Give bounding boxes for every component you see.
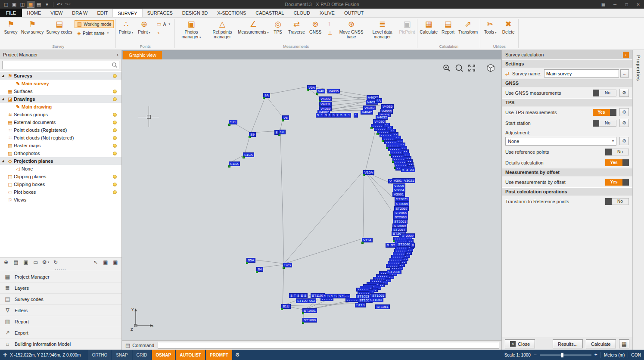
zoom-window-icon[interactable] [455,64,464,72]
survey-point-2039[interactable]: 2039 [404,233,415,238]
new-window-icon[interactable]: ▣ [102,258,109,266]
survey-point-v5a[interactable]: V5A [307,85,316,90]
tree-item-views[interactable]: ⚐Views [0,196,121,204]
survey-point-label[interactable]: 2 [401,233,405,238]
settings-icon[interactable]: ⚙▾ [42,258,50,266]
visibility-bulb-icon[interactable] [113,74,117,78]
delete-button[interactable]: ✖Delete [499,19,517,35]
scale-slider[interactable] [540,354,591,356]
survey-point-label[interactable]: 8 [411,243,415,248]
ribbon-tab-edit[interactable]: EDIT [92,9,112,17]
tree-item-raster-maps[interactable]: ▧Raster maps [0,142,121,149]
survey-point-label[interactable]: 23 [409,168,415,172]
panel-tab-project-manager[interactable]: ▦Project Manager [0,271,121,282]
open-icon[interactable]: ▣ [10,1,18,8]
toggle-no[interactable]: No [593,120,616,127]
new-survey-button[interactable]: ⚑New survey [20,19,45,35]
survey-point-v40[interactable]: V40 [317,89,325,93]
survey-point-v4095[interactable]: V4095 [327,89,340,93]
gnss-button[interactable]: ⊚GNSS [306,19,324,35]
survey-point-v3021[interactable]: V3021 [403,178,415,183]
survey-point-s1u[interactable]: S1U [281,304,291,309]
scale-minus[interactable]: − [534,352,537,358]
gear-icon[interactable]: ⚙ [619,89,629,97]
screen-icon[interactable]: ▭ [32,258,40,266]
drawing-canvas[interactable]: V5A9AV40V4095V4092V4091V4089V4087V4037V4… [122,59,501,340]
point-annotation-button[interactable]: ▭A▾ [154,20,173,28]
calculate-button[interactable]: ▦Calculate [418,19,439,35]
tree-item-clipping-planes[interactable]: ◫Clipping planes [0,173,121,180]
survey-point-st1001[interactable]: ST1001 [302,308,317,313]
panel-tab-building-information-model[interactable]: ⌂Building Information Model [0,338,121,350]
gear-icon[interactable]: ⚙ [619,137,629,145]
survey-point-v4091[interactable]: V4091 [319,102,332,106]
survey-point-s2s[interactable]: S2S [283,263,292,267]
ribbon-tab-output[interactable]: OUTPUT [339,9,368,17]
ribbon-tab-dra-w[interactable]: DRA W [67,9,92,17]
visibility-bulb-icon[interactable] [113,97,117,101]
survey-point-s10a[interactable]: S10A [243,152,254,157]
redo-icon[interactable]: ↷▾ [64,1,72,8]
measurements-button[interactable]: ∠Measurements▾ [238,19,269,36]
points-button[interactable]: ∴Points▾ [117,19,135,36]
xpad-tool-icon[interactable]: ▦ [27,1,34,8]
survey-point-v4030[interactable]: V4030 [373,119,386,124]
survey-point-v11a[interactable]: V11A [362,238,373,242]
survey-point-v4092[interactable]: V4092 [319,96,332,101]
working-mode-button[interactable]: ▥Working mode [75,20,114,28]
scale-slider-thumb[interactable] [561,353,563,357]
survey-point-label[interactable]: S [341,294,345,298]
toggle-yes[interactable]: Yes [605,159,629,166]
ribbon-tab-surfaces[interactable]: SURFACES [143,9,177,17]
print-icon[interactable]: ▤ [35,1,43,8]
statusbar-toggle-grid[interactable]: GRID [133,350,151,360]
panel-tab-filters[interactable]: ∇Filters [0,305,121,316]
statusbar-settings-icon[interactable]: ⚙ [235,352,240,358]
survey-point-label[interactable]: V [388,179,393,183]
survey-point-st2071[interactable]: ST2071 [395,197,409,202]
gear-icon[interactable]: ⚙ [619,108,629,116]
new-document-icon[interactable]: ▢ [2,1,10,8]
tree-item-point-clouds-registered[interactable]: ∷Point clouds (Registered) [0,126,121,134]
report-button[interactable]: ▤Report [439,19,457,35]
scale-plus[interactable]: + [594,352,597,358]
zoom-extents-icon[interactable] [467,64,476,72]
move-gnss-base-button[interactable]: ⊛Move GNSS base [336,19,367,40]
traverse-button[interactable]: ⇄Traverse [287,19,306,35]
statusbar-toggle-osnap[interactable]: OSNAP [152,350,175,360]
visibility-bulb-icon[interactable] [113,113,117,117]
panel-grip[interactable]: •••••• [0,267,121,271]
tree-item-projection-planes[interactable]: ◢◇Projection planes [0,157,121,165]
list-icon[interactable]: ▤ [12,258,20,266]
panel-tab-survey-codes[interactable]: ▤Survey codes [0,294,121,305]
more-button[interactable]: ... [620,69,629,78]
panel-tab-report[interactable]: ▥Report [0,316,121,327]
window-panels-icon[interactable]: ▦ [597,0,609,9]
survey-point-s12a[interactable]: S12A [229,161,240,166]
survey-point-st1061[interactable]: ST1061 [375,304,390,309]
panel-tab-export[interactable]: ↗Export [0,327,121,338]
ribbon-tab-design-3d[interactable]: DESIGN 3D [177,9,212,17]
command-input[interactable] [158,342,499,349]
survey-point-st1063[interactable]: ST1063 [369,298,383,302]
photos-manager-button[interactable]: ▣Photos manager▾ [176,19,207,40]
tab-graphic-view[interactable]: Graphic view [123,51,162,59]
refresh-icon[interactable]: ↻ [52,258,59,266]
statusbar-toggle-snap[interactable]: SNAP [112,350,131,360]
survey-name-input[interactable] [544,69,619,78]
survey-point-002[interactable]: 002 [308,298,316,303]
tree-item-none[interactable]: ◁None [0,165,121,173]
survey-point-st2069[interactable]: ST2069 [395,202,409,206]
expander-icon[interactable]: ◢ [2,159,6,163]
close-icon[interactable]: ✕ [632,0,644,9]
survey-point-st2040[interactable]: ST2040 [397,242,411,247]
survey-point-label[interactable]: 8 [274,130,279,135]
minimize-icon[interactable]: ─ [609,0,621,9]
qat-menu-icon[interactable]: ▾ [43,1,51,8]
close-button[interactable]: ✕ Close [505,339,535,348]
survey-point-9a[interactable]: 9A [263,93,270,98]
tree-item-point-clouds-not-registered[interactable]: ∷Point clouds (Not registered) [0,134,121,142]
visibility-bulb-icon[interactable] [113,136,117,140]
results-button[interactable]: Results... [553,339,583,348]
survey-point-st2028[interactable]: ST2028 [387,270,401,274]
